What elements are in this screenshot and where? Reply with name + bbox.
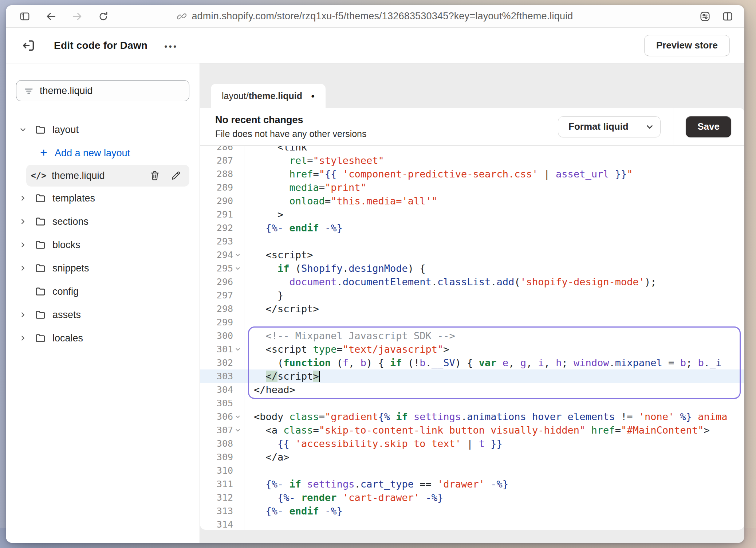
code-line[interactable]: href="{{ 'component-predictive-search.cs… [244, 167, 744, 181]
folder-icon [32, 192, 49, 204]
reload-icon[interactable] [98, 11, 109, 22]
code-line[interactable]: </script> [244, 302, 744, 316]
code-line[interactable]: </head> [244, 383, 744, 396]
code-line[interactable]: <link [244, 146, 744, 154]
sidebar-folder-templates[interactable]: templates [16, 187, 189, 210]
code-line[interactable] [244, 396, 744, 410]
fold-chevron-icon[interactable] [233, 252, 243, 258]
format-liquid-action[interactable]: Format liquid [558, 117, 639, 137]
sidebar-folder-blocks[interactable]: blocks [16, 233, 189, 257]
folder-label: templates [51, 193, 95, 204]
status-subtitle: File does not have any other versions [215, 129, 367, 139]
format-liquid-button: Format liquid [558, 116, 661, 137]
plus-icon: + [36, 146, 51, 160]
line-number: 312 [200, 491, 244, 504]
chevron-right-icon[interactable] [16, 264, 30, 272]
code-line[interactable]: } [244, 289, 744, 302]
code-line[interactable]: > [244, 208, 744, 221]
folder-icon [32, 286, 49, 297]
editor-panel-header: No recent changes File does not have any… [200, 108, 744, 146]
save-button[interactable]: Save [686, 116, 731, 137]
code-line[interactable]: {%- endif -%} [244, 504, 744, 518]
page-title: Edit code for Dawn [54, 40, 147, 51]
fold-chevron-icon[interactable] [233, 265, 243, 272]
chevron-right-icon[interactable] [16, 218, 30, 226]
delete-file-icon[interactable] [149, 170, 160, 181]
code-line[interactable]: <script type="text/javascript"> [244, 342, 744, 356]
chevron-right-icon[interactable] [16, 241, 30, 249]
code-line[interactable]: onload="this.media='all'" [244, 194, 744, 208]
code-line[interactable]: media="print" [244, 181, 744, 194]
tab-theme-liquid[interactable]: layout/theme.liquid ● [211, 84, 326, 108]
sidebar-folder-sections[interactable]: sections [16, 210, 189, 233]
line-number: 288 [200, 167, 244, 181]
code-file-icon: </> [29, 171, 48, 181]
line-number: 297 [200, 289, 244, 302]
code-line[interactable] [244, 235, 744, 248]
code-line[interactable]: if (Shopify.designMode) { [244, 262, 744, 275]
code-line[interactable]: <!-- Mixpanel Javascript SDK --> [244, 329, 744, 342]
code-line[interactable] [244, 518, 744, 530]
line-number: 300 [200, 329, 244, 342]
more-options-icon[interactable]: ••• [164, 39, 178, 52]
code-editor[interactable]: 2862872882892902912922932942952962972982… [200, 146, 744, 530]
rename-file-icon[interactable] [170, 170, 181, 181]
code-line[interactable]: </script> [244, 369, 744, 383]
editor-main: layout/theme.liquid ● No recent changes … [200, 63, 744, 543]
add-new-layout-link[interactable]: +Add a new layout [36, 141, 189, 165]
preview-store-button[interactable]: Preview store [644, 35, 730, 56]
code-line[interactable]: document.documentElement.classList.add('… [244, 275, 744, 289]
chevron-right-icon[interactable] [16, 311, 30, 319]
sidebar-folder-snippets[interactable]: snippets [16, 257, 189, 280]
line-number: 291 [200, 208, 244, 221]
chevron-right-icon[interactable] [16, 334, 30, 342]
sidebar-folder-locales[interactable]: locales [16, 326, 189, 350]
code-line[interactable]: </a> [244, 450, 744, 464]
code-line[interactable] [244, 316, 744, 329]
code-line[interactable]: <body class="gradient{% if settings.anim… [244, 410, 744, 423]
code-line[interactable]: <a class="skip-to-content-link button vi… [244, 423, 744, 437]
format-dropdown-toggle[interactable] [639, 117, 660, 137]
folder-icon [32, 239, 49, 251]
code-line[interactable]: (function (f, b) { if (!b.__SV) { var e,… [244, 356, 744, 369]
sidebar-folder-assets[interactable]: assets [16, 303, 189, 326]
chevron-down-icon[interactable] [16, 126, 30, 134]
code-line[interactable]: {%- if settings.cart_type == 'drawer' -%… [244, 477, 744, 491]
forward-arrow-icon [71, 11, 83, 22]
code-line[interactable]: <script> [244, 248, 744, 262]
line-number: 290 [200, 194, 244, 208]
code-line[interactable]: {%- render 'cart-drawer' -%} [244, 491, 744, 504]
chevron-right-icon[interactable] [16, 194, 30, 202]
unsaved-changes-dot: ● [311, 93, 315, 99]
editor-panel: No recent changes File does not have any… [200, 108, 744, 530]
address-bar[interactable]: admin.shopify.com/store/rzq1xu-f5/themes… [6, 5, 744, 27]
line-number: 299 [200, 316, 244, 329]
line-number: 303 [200, 369, 244, 383]
filter-icon [24, 86, 34, 96]
add-layout-label: Add a new layout [53, 148, 130, 159]
sidebar-file-theme.liquid[interactable]: </>theme.liquid [26, 165, 189, 187]
line-number: 311 [200, 477, 244, 491]
fold-chevron-icon[interactable] [233, 346, 243, 353]
exit-editor-icon[interactable] [20, 38, 36, 54]
browser-toolbar: admin.shopify.com/store/rzq1xu-f5/themes… [6, 5, 744, 28]
code-line[interactable]: {{ 'accessibility.skip_to_text' | t }} [244, 437, 744, 450]
line-number: 313 [200, 504, 244, 518]
line-number: 310 [200, 464, 244, 477]
code-line[interactable]: {%- endif -%} [244, 221, 744, 235]
browser-settings-toggles-icon[interactable] [699, 11, 711, 22]
line-number: 301 [200, 342, 244, 356]
file-search-input[interactable]: theme.liquid [16, 80, 189, 101]
line-number: 298 [200, 302, 244, 316]
sidebar-folder-config[interactable]: config [16, 280, 189, 303]
fold-chevron-icon[interactable] [233, 427, 243, 434]
code-line[interactable] [244, 464, 744, 477]
sidebar-folder-layout[interactable]: layout [16, 118, 189, 141]
fold-chevron-icon[interactable] [233, 414, 243, 420]
folder-label: assets [51, 309, 81, 321]
split-view-icon[interactable] [722, 11, 733, 22]
code-area[interactable]: <link rel="stylesheet" href="{{ 'compone… [244, 146, 744, 530]
browser-sidebar-toggle-icon[interactable] [19, 11, 31, 22]
code-line[interactable]: rel="stylesheet" [244, 154, 744, 167]
back-arrow-icon[interactable] [45, 11, 57, 22]
